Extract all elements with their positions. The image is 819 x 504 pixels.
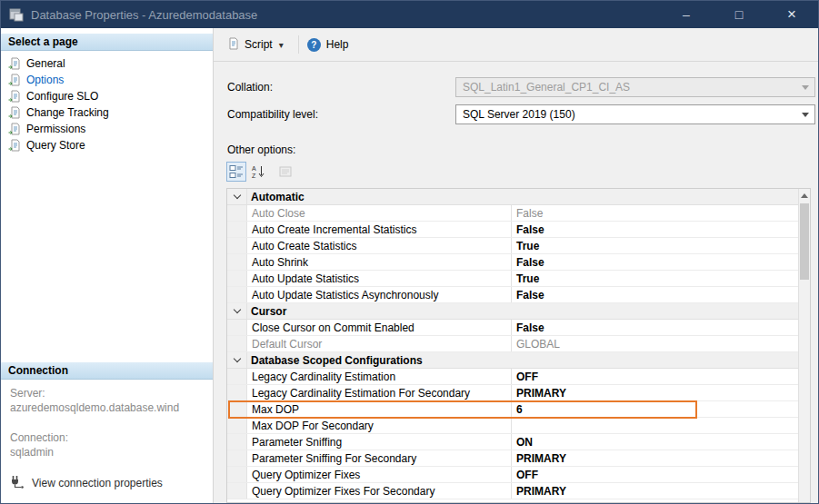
sidebar-item-query-store[interactable]: Query Store bbox=[1, 137, 213, 153]
sidebar-item-general[interactable]: General bbox=[1, 55, 213, 72]
collapse-chevron-icon[interactable] bbox=[233, 192, 240, 199]
help-button[interactable]: ? Help bbox=[307, 38, 349, 52]
property-value[interactable]: False bbox=[512, 222, 798, 237]
property-row[interactable]: Max DOP For Secondary bbox=[227, 418, 798, 434]
collation-select: SQL_Latin1_General_CP1_CI_AS bbox=[455, 77, 815, 97]
property-value[interactable]: False bbox=[512, 320, 798, 335]
property-row[interactable]: Parameter Sniffing For SecondaryPRIMARY bbox=[227, 450, 798, 467]
close-button[interactable]: × bbox=[765, 1, 818, 28]
property-category-row[interactable]: Database Scoped Configurations bbox=[227, 352, 798, 369]
compatibility-level-value: SQL Server 2019 (150) bbox=[463, 108, 575, 121]
property-category-row[interactable]: Cursor bbox=[227, 303, 798, 320]
property-name: Auto Update Statistics Asynchronously bbox=[247, 287, 512, 302]
property-name: Auto Update Statistics bbox=[247, 271, 512, 286]
property-row[interactable]: Max DOP6 bbox=[227, 401, 798, 418]
sidebar-item-options[interactable]: Options bbox=[1, 72, 213, 88]
script-button-label: Script bbox=[245, 38, 273, 51]
compatibility-dropdown-arrow-icon bbox=[797, 106, 814, 123]
script-dropdown-arrow-icon[interactable]: ▾ bbox=[279, 40, 284, 50]
compatibility-level-select[interactable]: SQL Server 2019 (150) bbox=[455, 104, 815, 124]
property-grid-toolbar: A Z bbox=[226, 161, 295, 183]
sidebar-item-label: Query Store bbox=[26, 139, 85, 152]
sidebar-item-change-tracking[interactable]: Change Tracking bbox=[1, 104, 213, 121]
property-row[interactable]: Parameter SniffingON bbox=[227, 434, 798, 450]
database-properties-dialog: Database Properties - Azuredemodatabase … bbox=[0, 0, 819, 504]
property-row[interactable]: Legacy Cardinality EstimationOFF bbox=[227, 369, 798, 385]
property-row[interactable]: Legacy Cardinality Estimation For Second… bbox=[227, 385, 798, 401]
svg-text:A: A bbox=[252, 165, 256, 172]
view-connection-properties-link[interactable]: View connection properties bbox=[10, 475, 204, 491]
categorized-grid-icon[interactable] bbox=[226, 162, 246, 182]
connection-info: Server: azuredemosqldemo.database.wind C… bbox=[1, 380, 213, 491]
property-value[interactable]: False bbox=[512, 205, 798, 221]
scrollbar-thumb[interactable] bbox=[800, 203, 809, 280]
property-row[interactable]: Query Optimizer FixesOFF bbox=[227, 467, 798, 483]
property-name: Max DOP For Secondary bbox=[247, 418, 512, 433]
collation-value: SQL_Latin1_General_CP1_CI_AS bbox=[463, 81, 630, 94]
sidebar-item-label: Permissions bbox=[26, 123, 85, 135]
sidebar-item-permissions[interactable]: Permissions bbox=[1, 121, 213, 137]
connection-plug-icon bbox=[10, 475, 25, 491]
property-row[interactable]: Auto Create StatisticsTrue bbox=[227, 238, 798, 254]
property-value[interactable] bbox=[512, 418, 798, 433]
property-value[interactable]: PRIMARY bbox=[512, 483, 798, 499]
svg-text:Z: Z bbox=[252, 173, 256, 179]
property-pages-icon bbox=[275, 162, 295, 182]
property-row[interactable]: Close Cursor on Commit EnabledFalse bbox=[227, 320, 798, 336]
server-value: azuredemosqldemo.database.wind bbox=[10, 400, 204, 415]
sidebar-item-label: Configure SLO bbox=[26, 90, 98, 103]
property-row[interactable]: Auto CloseFalse bbox=[227, 205, 798, 222]
property-value[interactable]: OFF bbox=[512, 369, 798, 384]
property-row[interactable]: Auto Create Incremental StatisticsFalse bbox=[227, 222, 798, 238]
property-row[interactable]: Auto Update StatisticsTrue bbox=[227, 271, 798, 287]
sidebar-item-configure-slo[interactable]: Configure SLO bbox=[1, 88, 213, 104]
other-options-label: Other options: bbox=[227, 143, 295, 157]
property-name: Query Optimizer Fixes bbox=[247, 467, 512, 482]
properties-window-icon bbox=[9, 7, 24, 22]
minimize-button[interactable]: – bbox=[660, 1, 713, 28]
category-name: Cursor bbox=[247, 303, 798, 319]
view-connection-properties-label: View connection properties bbox=[32, 477, 163, 489]
script-page-icon bbox=[8, 57, 22, 70]
toolbar-separator bbox=[298, 35, 299, 54]
property-value[interactable]: GLOBAL bbox=[512, 336, 798, 351]
grid-scrollbar[interactable] bbox=[798, 189, 810, 502]
property-grid: AutomaticAuto CloseFalseAuto Create Incr… bbox=[227, 189, 798, 502]
scrollbar-up-arrow-icon[interactable] bbox=[799, 189, 810, 203]
window-controls: – □ × bbox=[660, 1, 818, 28]
property-name: Auto Close bbox=[247, 205, 512, 221]
connection-value: sqladmin bbox=[10, 445, 204, 460]
collapse-chevron-icon[interactable] bbox=[233, 355, 240, 362]
property-value[interactable]: 6 bbox=[512, 401, 798, 417]
property-value[interactable]: PRIMARY bbox=[512, 450, 798, 466]
property-value[interactable]: OFF bbox=[512, 467, 798, 482]
a-z-sort-icon[interactable]: A Z bbox=[248, 162, 268, 182]
collation-label: Collation: bbox=[227, 77, 273, 97]
category-name: Database Scoped Configurations bbox=[247, 352, 798, 368]
script-button[interactable]: Script ▾ bbox=[221, 34, 290, 56]
sidebar-item-label: Options bbox=[26, 74, 64, 86]
property-row[interactable]: Query Optimizer Fixes For SecondaryPRIMA… bbox=[227, 483, 798, 499]
property-name: Close Cursor on Commit Enabled bbox=[247, 320, 512, 335]
property-value[interactable]: True bbox=[512, 238, 798, 253]
script-page-icon bbox=[8, 106, 22, 119]
property-name: Default Cursor bbox=[247, 336, 512, 351]
property-row[interactable]: Default CursorGLOBAL bbox=[227, 336, 798, 352]
property-value[interactable]: False bbox=[512, 287, 798, 302]
property-category-row[interactable]: Automatic bbox=[227, 189, 798, 205]
script-page-icon bbox=[8, 139, 22, 152]
property-value[interactable]: True bbox=[512, 271, 798, 286]
property-value[interactable]: PRIMARY bbox=[512, 385, 798, 400]
property-row[interactable]: Auto Update Statistics AsynchronouslyFal… bbox=[227, 287, 798, 303]
property-name: Auto Shrink bbox=[247, 254, 512, 270]
property-value[interactable]: ON bbox=[512, 434, 798, 450]
property-row[interactable]: Auto ShrinkFalse bbox=[227, 254, 798, 271]
maximize-button[interactable]: □ bbox=[713, 1, 765, 28]
page-list: GeneralOptionsConfigure SLOChange Tracki… bbox=[1, 55, 213, 153]
collapse-chevron-icon[interactable] bbox=[233, 306, 240, 313]
sidebar-item-label: General bbox=[26, 57, 65, 70]
compatibility-level-label: Compatibility level: bbox=[227, 104, 318, 124]
property-value[interactable]: False bbox=[512, 254, 798, 270]
server-label: Server: bbox=[10, 386, 204, 400]
script-page-icon bbox=[8, 74, 22, 86]
